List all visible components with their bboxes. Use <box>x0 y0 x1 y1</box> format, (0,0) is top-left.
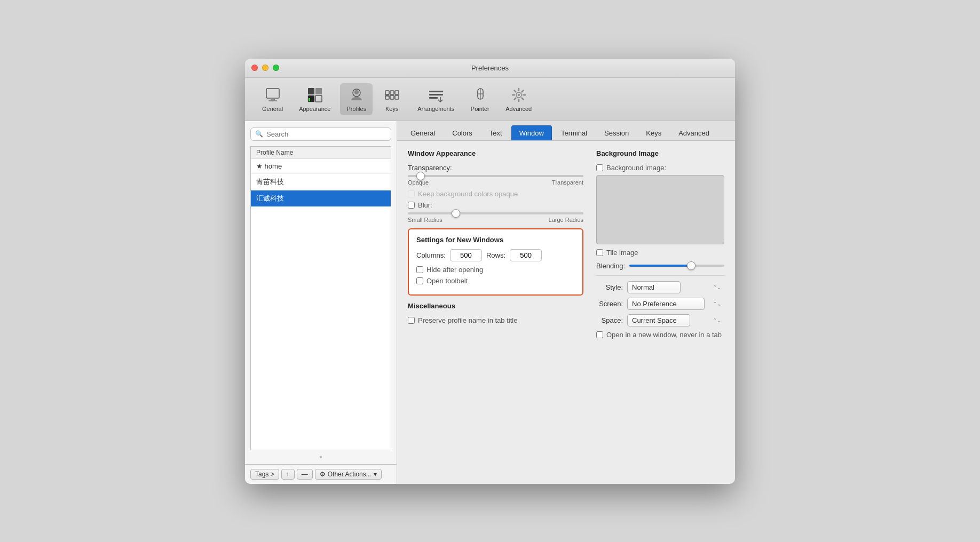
blending-track[interactable] <box>629 265 724 267</box>
tab-colors[interactable]: Colors <box>444 125 480 140</box>
new-windows-box: Settings for New Windows Columns: Rows: … <box>408 228 583 296</box>
transparency-slider-labels: Opaque Transparent <box>408 179 583 186</box>
toolbar-advanced-label: Advanced <box>505 106 532 112</box>
svg-line-31 <box>521 98 523 99</box>
appearance-icon <box>306 86 323 103</box>
columns-rows-row: Columns: Rows: <box>416 249 575 261</box>
preserve-profile-row: Preserve profile name in tab title <box>408 316 583 324</box>
search-bar[interactable]: 🔍 <box>250 127 391 141</box>
toolbar-appearance-label: Appearance <box>299 106 330 112</box>
maximize-button[interactable] <box>273 65 279 71</box>
close-button[interactable] <box>251 65 258 71</box>
tab-general[interactable]: General <box>402 125 443 140</box>
open-new-window-checkbox-row: Open in a new window, never in a tab <box>596 331 724 339</box>
svg-rect-17 <box>429 91 443 92</box>
bg-image-checkbox[interactable] <box>596 164 603 171</box>
transparency-label: Transparency: <box>408 164 452 172</box>
transparency-thumb[interactable] <box>416 172 425 180</box>
bg-image-preview <box>596 175 724 244</box>
screen-select[interactable]: No Preference Main Screen Screen with Cu… <box>627 298 705 310</box>
tab-terminal[interactable]: Terminal <box>553 125 595 140</box>
bottom-bar: Tags > + — ⚙ Other Actions... ▾ <box>245 464 397 484</box>
keep-bg-opaque-row: Keep background colors opaque <box>408 190 583 198</box>
divider <box>596 275 724 276</box>
tab-text[interactable]: Text <box>481 125 510 140</box>
toolbar: General Appearance <box>245 78 735 121</box>
transparency-slider-container <box>408 175 583 177</box>
window-appearance-title: Window Appearance <box>408 149 583 157</box>
profile-item-home[interactable]: ★ home <box>251 159 391 174</box>
preserve-profile-label: Preserve profile name in tab title <box>418 316 517 324</box>
profile-item-huicheng[interactable]: 汇诚科技 <box>251 190 391 207</box>
tab-window[interactable]: Window <box>511 125 552 140</box>
transparency-track[interactable] <box>408 175 583 177</box>
space-label: Space: <box>596 316 623 324</box>
gear-small-icon: ⚙ <box>320 471 326 478</box>
window-title: Preferences <box>471 64 509 72</box>
columns-label: Columns: <box>416 251 446 259</box>
blur-track[interactable] <box>408 212 583 214</box>
toolbar-item-advanced[interactable]: Advanced <box>499 83 538 115</box>
space-row: Space: Current Space All Spaces <box>596 314 724 326</box>
tile-image-checkbox[interactable] <box>596 249 603 256</box>
style-select[interactable]: Normal Full Screen Compact Minimal <box>627 281 681 293</box>
open-new-window-checkbox[interactable] <box>596 331 603 338</box>
toolbar-item-general[interactable]: General <box>256 83 289 115</box>
blending-thumb[interactable] <box>687 261 696 270</box>
small-radius-label: Small Radius <box>408 217 442 223</box>
blur-label: Blur: <box>418 201 432 209</box>
toolbar-item-profiles[interactable]: Profiles <box>340 83 373 115</box>
tab-advanced[interactable]: Advanced <box>670 125 717 140</box>
toolbar-general-label: General <box>262 106 283 112</box>
blur-checkbox[interactable] <box>408 202 415 209</box>
toolbar-item-appearance[interactable]: Appearance <box>293 83 337 115</box>
blur-slider-container <box>408 212 583 214</box>
rows-input[interactable] <box>510 249 542 261</box>
svg-rect-18 <box>429 94 443 95</box>
profiles-icon <box>348 86 365 103</box>
tab-keys[interactable]: Keys <box>638 125 669 140</box>
preserve-profile-checkbox[interactable] <box>408 317 415 324</box>
toolbar-item-pointer[interactable]: Pointer <box>464 83 496 115</box>
right-panel: General Colors Text Window Terminal Sess… <box>397 121 735 484</box>
search-input[interactable] <box>266 130 386 138</box>
open-toolbelt-checkbox[interactable] <box>416 277 423 284</box>
space-select[interactable]: Current Space All Spaces <box>627 314 690 326</box>
svg-rect-3 <box>308 88 314 94</box>
misc-title: Miscellaneous <box>408 302 583 310</box>
tab-bar: General Colors Text Window Terminal Sess… <box>397 121 735 141</box>
toolbar-item-arrangements[interactable]: Arrangements <box>411 83 461 115</box>
blur-row: Blur: <box>408 201 583 209</box>
tags-button[interactable]: Tags > <box>250 469 279 480</box>
hide-after-opening-label: Hide after opening <box>426 266 483 274</box>
add-profile-button[interactable]: + <box>281 469 295 480</box>
svg-rect-7 <box>309 98 310 101</box>
dropdown-arrow-icon: ▾ <box>374 471 377 478</box>
svg-rect-5 <box>315 88 322 94</box>
other-actions-button[interactable]: ⚙ Other Actions... ▾ <box>315 469 382 480</box>
tab-session[interactable]: Session <box>596 125 637 140</box>
svg-point-25 <box>518 94 520 96</box>
svg-rect-15 <box>395 95 399 99</box>
remove-profile-button[interactable]: — <box>297 469 313 480</box>
pointer-icon <box>471 86 488 103</box>
bg-image-title: Background Image <box>596 149 724 157</box>
profile-list-header: Profile Name <box>251 147 391 159</box>
toolbar-item-keys[interactable]: ⌘ Keys <box>376 83 408 115</box>
blending-row: Blending: <box>596 262 724 270</box>
minimize-button[interactable] <box>262 65 268 71</box>
svg-rect-19 <box>429 97 438 99</box>
arrangements-icon <box>428 86 445 103</box>
columns-input[interactable] <box>450 249 482 261</box>
svg-rect-2 <box>268 100 277 101</box>
hide-after-opening-checkbox[interactable] <box>416 266 423 273</box>
open-toolbelt-label: Open toolbelt <box>426 277 468 285</box>
large-radius-label: Large Radius <box>549 217 583 223</box>
toolbar-keys-label: Keys <box>385 106 398 112</box>
toolbar-pointer-label: Pointer <box>471 106 489 112</box>
profile-item-qingmiao[interactable]: 青苗科技 <box>251 174 391 190</box>
keep-bg-opaque-checkbox[interactable] <box>408 190 415 197</box>
opaque-label: Opaque <box>408 179 429 186</box>
svg-rect-11 <box>390 91 394 94</box>
blur-thumb[interactable] <box>452 209 460 218</box>
